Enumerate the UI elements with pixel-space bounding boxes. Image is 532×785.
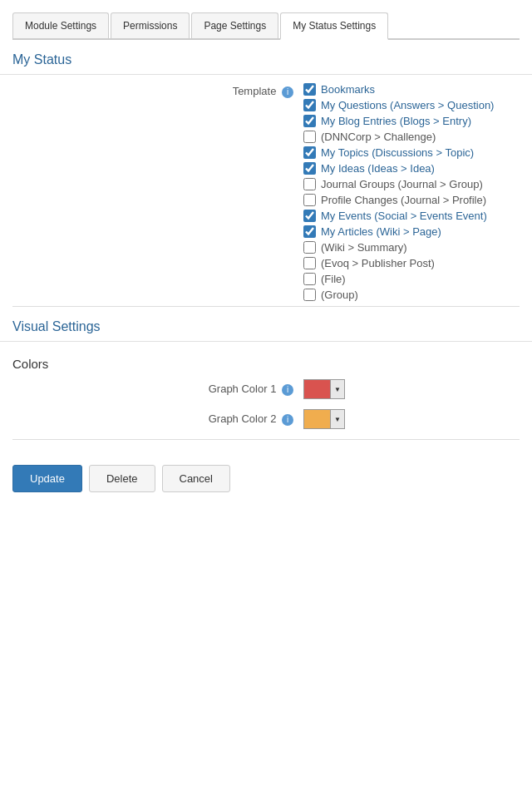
checkbox-chk14[interactable] <box>303 289 316 301</box>
graph-color-1-label: Graph Color 1 i <box>12 383 303 396</box>
checkbox-list: BookmarksMy Questions (Answers > Questio… <box>303 83 520 301</box>
list-item: My Events (Social > Events Event) <box>303 210 520 222</box>
graph-color-2-label: Graph Color 2 i <box>12 412 303 426</box>
list-item: My Articles (Wiki > Page) <box>303 225 520 238</box>
checkbox-label-chk9[interactable]: My Events (Social > Events Event) <box>321 210 487 222</box>
graph-color-2-picker[interactable]: ▼ <box>303 409 345 429</box>
graph-color-1-row: Graph Color 1 i ▼ <box>0 379 532 399</box>
section-divider-2 <box>12 439 520 440</box>
graph-color-2-dropdown[interactable]: ▼ <box>330 409 345 429</box>
template-checkboxes: BookmarksMy Questions (Answers > Questio… <box>303 83 520 301</box>
graph-color-1-dropdown[interactable]: ▼ <box>330 379 345 399</box>
checkbox-chk7[interactable] <box>303 178 316 190</box>
list-item: (File) <box>303 273 520 285</box>
checkbox-chk6[interactable] <box>303 162 316 175</box>
cancel-button[interactable]: Cancel <box>162 465 230 492</box>
checkbox-label-chk4[interactable]: (DNNCorp > Challenge) <box>321 131 436 143</box>
page-title: My Status <box>0 40 532 75</box>
colors-title: Colors <box>0 350 532 379</box>
checkbox-label-chk14[interactable]: (Group) <box>321 289 358 301</box>
graph-color-2-swatch <box>303 409 330 429</box>
graph-color-2-info-icon[interactable]: i <box>282 414 293 426</box>
checkbox-label-chk5[interactable]: My Topics (Discussions > Topic) <box>321 146 474 159</box>
tab-my-status-settings[interactable]: My Status Settings <box>280 12 388 40</box>
list-item: (DNNCorp > Challenge) <box>303 131 520 143</box>
template-info-icon[interactable]: i <box>282 86 293 98</box>
checkbox-chk4[interactable] <box>303 131 316 143</box>
template-label: Template i <box>12 83 303 98</box>
checkbox-chk2[interactable] <box>303 99 316 111</box>
checkbox-label-chk1[interactable]: Bookmarks <box>321 83 375 96</box>
list-item: My Topics (Discussions > Topic) <box>303 146 520 159</box>
graph-color-1-info-icon[interactable]: i <box>282 384 293 396</box>
checkbox-chk10[interactable] <box>303 225 316 238</box>
tab-module-settings[interactable]: Module Settings <box>12 12 109 38</box>
list-item: My Blog Entries (Blogs > Entry) <box>303 115 520 127</box>
list-item: (Group) <box>303 289 520 301</box>
list-item: (Wiki > Summary) <box>303 241 520 254</box>
checkbox-label-chk11[interactable]: (Wiki > Summary) <box>321 241 407 254</box>
tabs-container: Module Settings Permissions Page Setting… <box>12 12 520 40</box>
checkbox-chk8[interactable] <box>303 194 316 206</box>
checkbox-label-chk2[interactable]: My Questions (Answers > Question) <box>321 99 494 111</box>
list-item: (Evoq > Publisher Post) <box>303 257 520 269</box>
checkbox-chk13[interactable] <box>303 273 316 285</box>
list-item: Bookmarks <box>303 83 520 96</box>
tab-page-settings[interactable]: Page Settings <box>191 12 278 38</box>
list-item: Journal Groups (Journal > Group) <box>303 178 520 190</box>
buttons-row: Update Delete Cancel <box>0 448 532 509</box>
colors-section: Colors Graph Color 1 i ▼ Graph Color 2 i… <box>0 350 532 429</box>
delete-button[interactable]: Delete <box>89 465 155 492</box>
checkbox-label-chk7[interactable]: Journal Groups (Journal > Group) <box>321 178 483 190</box>
graph-color-2-row: Graph Color 2 i ▼ <box>0 409 532 429</box>
checkbox-label-chk13[interactable]: (File) <box>321 273 346 285</box>
checkbox-label-chk3[interactable]: My Blog Entries (Blogs > Entry) <box>321 115 471 127</box>
list-item: My Questions (Answers > Question) <box>303 99 520 111</box>
checkbox-label-chk10[interactable]: My Articles (Wiki > Page) <box>321 225 441 238</box>
checkbox-label-chk6[interactable]: My Ideas (Ideas > Idea) <box>321 162 435 175</box>
checkbox-chk5[interactable] <box>303 146 316 159</box>
checkbox-chk1[interactable] <box>303 83 316 96</box>
checkbox-chk3[interactable] <box>303 115 316 127</box>
list-item: Profile Changes (Journal > Profile) <box>303 194 520 206</box>
checkbox-chk9[interactable] <box>303 210 316 222</box>
checkbox-label-chk8[interactable]: Profile Changes (Journal > Profile) <box>321 194 486 206</box>
template-row: Template i BookmarksMy Questions (Answer… <box>0 83 532 301</box>
checkbox-label-chk12[interactable]: (Evoq > Publisher Post) <box>321 257 435 269</box>
update-button[interactable]: Update <box>12 465 82 492</box>
graph-color-1-picker[interactable]: ▼ <box>303 379 345 399</box>
checkbox-chk12[interactable] <box>303 257 316 269</box>
visual-settings-heading: Visual Settings <box>0 307 532 342</box>
tab-permissions[interactable]: Permissions <box>111 12 190 38</box>
checkbox-chk11[interactable] <box>303 241 316 254</box>
list-item: My Ideas (Ideas > Idea) <box>303 162 520 175</box>
graph-color-1-swatch <box>303 379 330 399</box>
